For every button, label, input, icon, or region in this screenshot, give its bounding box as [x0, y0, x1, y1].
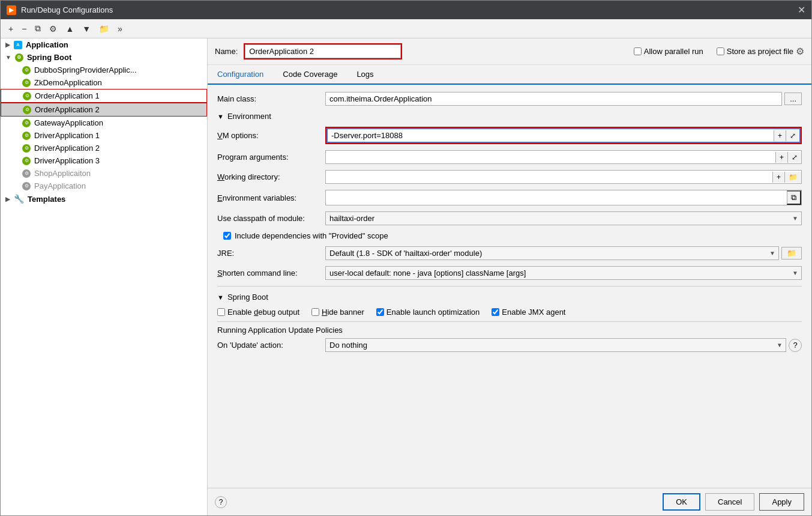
hide-banner-label: Hide banner — [322, 308, 364, 317]
program-args-row: Program arguments: + ⤢ — [217, 150, 802, 164]
sidebar-item-order1[interactable]: ⚙ OrderApplication 1 — [1, 89, 207, 103]
apply-button[interactable]: Apply — [759, 493, 804, 511]
shop-label: ShopApplicaiton — [34, 169, 91, 178]
env-vars-wrap: ⧉ — [325, 190, 802, 205]
program-args-add-button[interactable]: + — [775, 152, 787, 163]
tab-content: Main class: ... ▼ Environment VM options… — [208, 85, 811, 488]
pay-label: PayApplication — [34, 181, 86, 190]
shorten-cmd-row: Shorten command line: user-local default… — [217, 266, 802, 280]
content-area: ▶ A Application ▼ ⚙ Spring Boot ⚙ DubboS… — [1, 38, 811, 515]
include-deps-checkbox[interactable] — [223, 232, 231, 240]
bottom-bar: ? OK Cancel Apply — [208, 488, 811, 515]
name-input[interactable] — [245, 44, 401, 58]
settings-config-button[interactable]: ⚙ — [46, 22, 60, 35]
spring-boot-options: Enable debug output Hide banner Enable l… — [217, 308, 802, 317]
enable-debug-opt: Enable debug output — [217, 308, 299, 317]
environment-label: Environment — [227, 112, 271, 121]
remove-config-button[interactable]: − — [19, 22, 29, 35]
enable-jmx-label: Enable JMX agent — [502, 308, 565, 317]
vm-options-expand-button[interactable]: ⤢ — [786, 130, 799, 141]
sidebar-item-driver1[interactable]: ⚙ DriverApplication 1 — [1, 129, 207, 142]
application-label: Application — [26, 40, 68, 49]
dubbo-icon: ⚙ — [22, 66, 31, 74]
help-button[interactable]: ? — [215, 496, 227, 508]
enable-launch-checkbox[interactable] — [376, 308, 384, 316]
shop-icon: ⚙ — [22, 169, 31, 178]
tab-code-coverage[interactable]: Code Coverage — [273, 65, 347, 85]
environment-collapse-icon[interactable]: ▼ — [217, 113, 224, 120]
sidebar-item-dubbo[interactable]: ⚙ DubboSpringProviderApplic... — [1, 64, 207, 76]
close-button[interactable]: ✕ — [798, 4, 805, 16]
sidebar-item-driver2[interactable]: ⚙ DriverApplication 2 — [1, 142, 207, 154]
running-app-section: Running Application Update Policies On '… — [217, 321, 802, 352]
templates-arrow: ▶ — [5, 196, 10, 202]
vm-options-row: VM options: + ⤢ — [217, 127, 802, 144]
jre-browse-button[interactable]: 📁 — [781, 247, 802, 260]
pay-icon: ⚙ — [22, 182, 31, 190]
spring-boot-section-label: Spring Boot — [227, 293, 268, 302]
move-down-button[interactable]: ▼ — [79, 22, 94, 35]
enable-jmx-checkbox[interactable] — [492, 308, 499, 316]
working-dir-browse-button[interactable]: 📁 — [784, 172, 801, 183]
shorten-cmd-select[interactable]: user-local default: none - java [options… — [325, 266, 802, 280]
ok-button[interactable]: OK — [663, 493, 700, 511]
program-args-expand-button[interactable]: ⤢ — [787, 152, 801, 163]
allow-parallel-checkbox[interactable] — [634, 47, 642, 55]
enable-jmx-opt: Enable JMX agent — [492, 308, 565, 317]
sidebar-section-templates[interactable]: ▶ 🔧 Templates — [1, 192, 207, 205]
sidebar-item-driver3[interactable]: ⚙ DriverApplication 3 — [1, 154, 207, 167]
order2-label: OrderApplication 2 — [35, 105, 100, 114]
hide-banner-checkbox[interactable] — [311, 308, 319, 316]
folder-button[interactable]: 📁 — [96, 22, 112, 35]
working-dir-input[interactable] — [326, 171, 772, 183]
store-as-project-checkbox[interactable] — [717, 47, 724, 55]
vm-options-add-button[interactable]: + — [774, 130, 786, 141]
main-class-input[interactable] — [325, 92, 782, 106]
program-args-wrap: + ⤢ — [325, 150, 802, 164]
shorten-cmd-label: Shorten command line: — [217, 269, 325, 278]
tab-configuration[interactable]: Configuration — [208, 65, 273, 85]
spring-boot-arrow: ▼ — [5, 54, 11, 61]
vm-options-label: VM options: — [217, 131, 325, 140]
vm-options-inner-wrap: + ⤢ — [326, 128, 801, 143]
application-arrow: ▶ — [5, 41, 10, 48]
order1-label: OrderApplication 1 — [35, 91, 100, 100]
order2-icon: ⚙ — [23, 106, 31, 114]
tab-code-coverage-label: Code Coverage — [283, 70, 337, 79]
add-config-button[interactable]: + — [5, 22, 16, 35]
store-as-project-gear[interactable]: ⚙ — [796, 46, 804, 57]
on-update-help-button[interactable]: ? — [789, 339, 802, 352]
sidebar-item-gateway[interactable]: ⚙ GatewayApplication — [1, 117, 207, 129]
jre-dropdown-wrap: Default (1.8 - SDK of 'hailtaxi-order' m… — [325, 246, 779, 260]
enable-debug-checkbox[interactable] — [217, 308, 225, 316]
jre-select[interactable]: Default (1.8 - SDK of 'hailtaxi-order' m… — [325, 246, 779, 260]
working-dir-wrap: + 📁 — [325, 170, 802, 184]
sidebar-item-order2[interactable]: ⚙ OrderApplication 2 — [1, 103, 207, 117]
tab-logs[interactable]: Logs — [347, 65, 383, 85]
sidebar-section-spring-boot[interactable]: ▼ ⚙ Spring Boot — [1, 51, 207, 64]
cancel-button[interactable]: Cancel — [705, 493, 754, 511]
zk-icon: ⚙ — [22, 79, 31, 87]
copy-config-button[interactable]: ⧉ — [32, 22, 44, 35]
include-deps-label: Include dependencies with "Provided" sco… — [235, 231, 388, 240]
sidebar-item-zk[interactable]: ⚙ ZkDemoApplication — [1, 76, 207, 89]
sidebar-item-pay[interactable]: ⚙ PayApplication — [1, 180, 207, 192]
spring-boot-icon: ⚙ — [15, 53, 23, 62]
sidebar-section-application[interactable]: ▶ A Application — [1, 38, 207, 51]
program-args-input[interactable] — [326, 151, 775, 163]
env-vars-input[interactable] — [326, 192, 787, 204]
sidebar-item-shop[interactable]: ⚙ ShopApplicaiton — [1, 167, 207, 180]
env-vars-browse-button[interactable]: ⧉ — [787, 190, 801, 205]
classpath-select[interactable]: hailtaxi-order — [325, 211, 802, 225]
more-button[interactable]: » — [115, 22, 125, 35]
spring-boot-collapse-icon[interactable]: ▼ — [217, 294, 224, 301]
hide-banner-opt: Hide banner — [311, 308, 364, 317]
templates-label: Templates — [28, 195, 65, 204]
vm-options-input[interactable] — [328, 129, 774, 142]
main-class-browse-button[interactable]: ... — [784, 93, 802, 105]
move-up-button[interactable]: ▲ — [62, 22, 77, 35]
on-update-select[interactable]: Do nothing — [325, 338, 786, 352]
working-dir-add-button[interactable]: + — [772, 172, 784, 183]
vm-options-outer-wrap: + ⤢ — [325, 127, 802, 144]
gateway-icon: ⚙ — [22, 119, 31, 127]
